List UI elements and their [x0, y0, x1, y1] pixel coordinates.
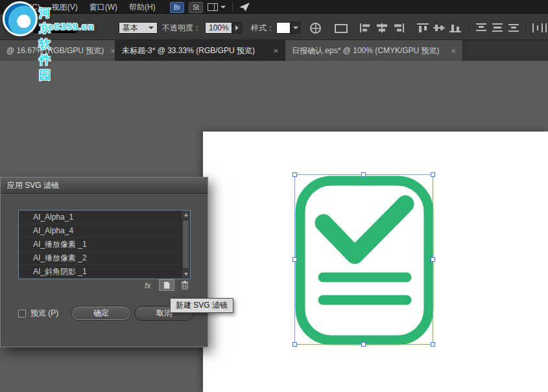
distribute-top-icon[interactable] [475, 23, 488, 33]
document-tab-active[interactable]: 未标题-3* @ 33.33% (RGB/GPU 预览) × [115, 40, 285, 61]
filter-list-item[interactable]: AI_斜角阴影 _1 [19, 265, 190, 279]
tab-label: 日报确认.eps* @ 100% (CMYK/GPU 预览) [292, 45, 440, 56]
document-tab[interactable]: @ 16.67% (RGB/GPU 预览) × [0, 40, 115, 61]
divider [354, 21, 355, 34]
menu-item-help[interactable]: 帮助(H) [123, 2, 161, 13]
align-right-icon[interactable] [392, 23, 405, 33]
workspace-switcher-icon[interactable] [208, 3, 226, 11]
preset-value: 基本 [123, 23, 138, 34]
menu-item-view[interactable]: 视图(V) [46, 2, 84, 13]
stroke-weight-preview[interactable] [34, 25, 77, 33]
chevron-down-icon [220, 6, 226, 8]
scroll-down-icon[interactable] [182, 270, 190, 279]
distribute-space-vertical-icon[interactable] [531, 23, 544, 33]
preview-label: 预览 (P) [30, 308, 58, 319]
opacity-label: 不透明度： [162, 24, 201, 32]
preview-checkbox[interactable] [18, 310, 26, 317]
selection-handle[interactable] [361, 172, 366, 177]
align-horizontal-center-icon[interactable] [375, 23, 388, 33]
distribute-vertical-center-icon[interactable] [491, 23, 504, 33]
filter-list-item[interactable]: AI_播放像素 _2 [19, 251, 190, 265]
trash-icon [181, 281, 189, 290]
selection-handle[interactable] [292, 342, 297, 347]
document-setup-icon[interactable] [335, 24, 348, 33]
ok-button[interactable]: 确定 [71, 306, 131, 321]
apply-svg-filter-dialog: 应用 SVG 滤镜 AI_Alpha_1 AI_Alpha_4 AI_播放像素 … [0, 177, 208, 347]
new-svg-filter-button[interactable] [159, 279, 174, 291]
align-top-icon[interactable] [416, 23, 429, 33]
style-label: 样式： [251, 24, 274, 32]
chevron-down-icon [293, 27, 298, 29]
scrollbar-thumb[interactable] [182, 220, 189, 269]
style-menu-button[interactable] [291, 22, 300, 34]
selection-handle[interactable] [292, 257, 297, 262]
menubar-app-icons: Br St [170, 1, 250, 13]
divider [232, 3, 233, 12]
filter-list-item[interactable]: AI_Alpha_4 [19, 224, 190, 238]
delete-filter-button[interactable] [180, 279, 190, 291]
fx-icon: fx [145, 281, 150, 290]
document-tab[interactable]: 日报确认.eps* @ 100% (CMYK/GPU 预览) × [285, 40, 463, 61]
bridge-icon[interactable]: Br [170, 2, 184, 13]
control-bar: 基本 不透明度： 100% 样式： [0, 14, 548, 40]
selection-handle[interactable] [361, 342, 366, 347]
filter-list-item[interactable]: AI_播放像素 _1 [19, 238, 190, 251]
selection-bounding-box [294, 174, 433, 345]
align-vertical-center-icon[interactable] [433, 23, 446, 33]
selection-handle[interactable] [292, 172, 297, 177]
recolor-globe-icon[interactable] [310, 23, 321, 34]
divider [470, 21, 470, 34]
tooltip: 新建 SVG 滤镜 [170, 298, 233, 313]
document-tab-bar: @ 16.67% (RGB/GPU 预览) × 未标题-3* @ 33.33% … [0, 40, 548, 61]
scroll-up-icon[interactable] [182, 211, 190, 219]
svg-filter-list[interactable]: AI_Alpha_1 AI_Alpha_4 AI_播放像素 _1 AI_播放像素… [18, 210, 191, 279]
close-icon[interactable]: × [110, 46, 115, 56]
close-icon[interactable]: × [273, 46, 278, 56]
opacity-value: 100% [209, 23, 229, 32]
dialog-body: AI_Alpha_1 AI_Alpha_4 AI_播放像素 _1 AI_播放像素… [1, 194, 208, 347]
divider [527, 21, 527, 34]
tab-label: 未标题-3* @ 33.33% (RGB/GPU 预览) [122, 45, 255, 56]
chevron-down-icon [149, 27, 154, 29]
filter-list-item[interactable]: AI_Alpha_1 [19, 211, 190, 224]
workspace-grid-icon [208, 3, 218, 11]
distribute-bottom-icon[interactable] [507, 23, 520, 33]
chevron-right-icon [235, 25, 239, 30]
menu-bar: 效果(C) 视图(V) 窗口(W) 帮助(H) Br St [0, 0, 548, 14]
selection-handle[interactable] [431, 342, 435, 347]
style-swatch[interactable] [276, 22, 291, 34]
share-icon[interactable] [239, 3, 250, 12]
menu-item-effect[interactable]: 效果(C) [8, 2, 46, 13]
selection-handle[interactable] [431, 257, 435, 262]
scrollbar[interactable] [181, 211, 190, 279]
align-left-icon[interactable] [359, 23, 372, 33]
close-icon[interactable]: × [451, 46, 456, 56]
distribute-space-horizontal-icon[interactable] [544, 23, 548, 33]
new-filter-icon [164, 282, 170, 289]
opacity-input[interactable]: 100% [205, 22, 232, 34]
opacity-menu-button[interactable] [232, 22, 242, 34]
selection-handle[interactable] [431, 172, 435, 177]
align-bottom-icon[interactable] [449, 23, 462, 33]
appearance-preset-dropdown[interactable]: 基本 [119, 22, 158, 34]
preview-checkbox-row: 预览 (P) [18, 308, 58, 319]
menu-item-window[interactable]: 窗口(W) [84, 2, 123, 13]
tab-label: @ 16.67% (RGB/GPU 预览) [6, 45, 104, 56]
stock-icon[interactable]: St [189, 2, 203, 13]
dialog-title[interactable]: 应用 SVG 滤镜 [1, 178, 208, 194]
